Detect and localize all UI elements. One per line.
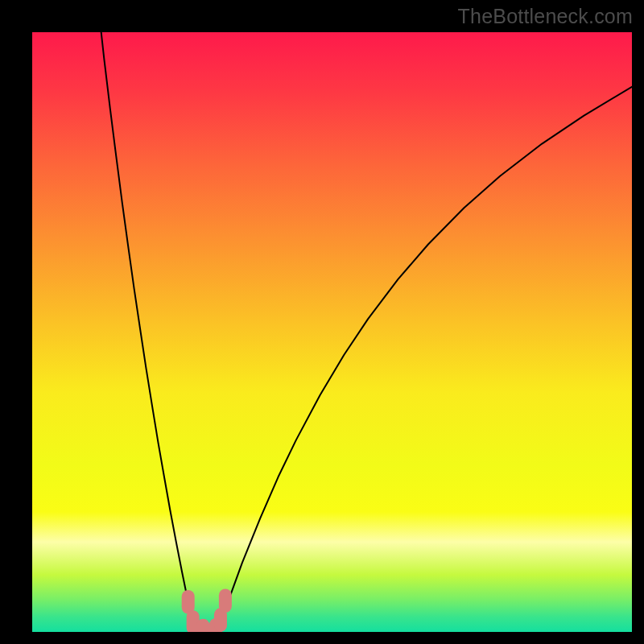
chart-canvas xyxy=(32,32,632,632)
watermark-text: TheBottleneck.com xyxy=(458,5,633,28)
marker-m3 xyxy=(196,619,209,632)
marker-m1 xyxy=(182,590,195,614)
chart-background-gradient xyxy=(32,32,632,632)
marker-m6 xyxy=(219,588,232,613)
plot-area xyxy=(32,32,632,632)
chart-frame: TheBottleneck.com xyxy=(0,0,644,644)
